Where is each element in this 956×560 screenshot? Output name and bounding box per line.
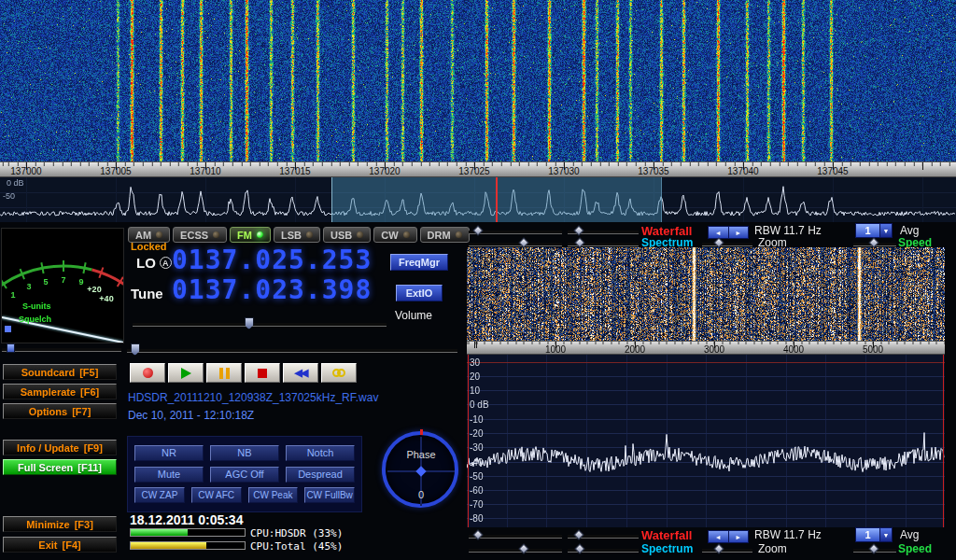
slider-thumb[interactable] (574, 237, 584, 247)
main-frequency-scale[interactable]: 137000 137005 137010 137015 137020 13702… (0, 161, 956, 177)
zoom-slider[interactable] (702, 543, 752, 555)
extio-button[interactable]: ExtIO (396, 285, 443, 301)
despread-button[interactable]: Despread (286, 467, 355, 483)
exit-button[interactable]: Exit[F4] (3, 537, 117, 553)
info-update-button[interactable]: Info / Update[F9] (3, 440, 117, 455)
lo-label: LO A (136, 255, 172, 271)
vfo-a-badge[interactable]: A (160, 257, 172, 269)
mode-button-drm[interactable]: DRM (420, 227, 470, 243)
slider-thumb[interactable] (573, 225, 583, 235)
cpu-total-bar (130, 541, 246, 550)
rbw-spinner[interactable]: ◄► (708, 530, 749, 543)
mode-label: ECSS (180, 230, 208, 241)
slider-thumb[interactable] (472, 225, 483, 235)
tuning-slider[interactable] (127, 343, 457, 356)
squelch-slider[interactable] (2, 343, 121, 355)
slider-track (2, 348, 121, 351)
notch-button[interactable]: Notch (286, 445, 355, 461)
slider-thumb[interactable] (245, 317, 254, 329)
lo-frequency-display[interactable]: 0137.025.253 (172, 248, 372, 273)
freq-tick-label: 137005 (100, 166, 131, 176)
record-button[interactable] (130, 363, 165, 383)
slider-thumb[interactable] (574, 543, 584, 553)
freqmgr-button[interactable]: FreqMgr (390, 254, 448, 271)
play-button[interactable] (168, 363, 204, 383)
rewind-button[interactable]: ◀◀ (283, 363, 318, 383)
cw-peak-button[interactable]: CW Peak (248, 487, 299, 503)
db-label: 10 (470, 385, 480, 396)
minimize-button[interactable]: Minimize[F3] (3, 516, 117, 532)
mode-label: CW (381, 230, 398, 241)
db-label: -80 (470, 513, 483, 524)
stop-button[interactable] (245, 363, 280, 383)
slider-thumb[interactable] (713, 543, 724, 553)
hotkey-label: [F9] (84, 442, 103, 454)
waterfall-contrast-slider[interactable] (568, 529, 639, 541)
mode-button-ecss[interactable]: ECSS (173, 227, 227, 243)
tune-frequency-marker (496, 177, 498, 222)
hotkey-label: [F5] (79, 367, 98, 378)
slider-thumb[interactable] (573, 529, 583, 539)
spectrum-gain-slider[interactable] (469, 543, 562, 555)
loop-button[interactable] (321, 363, 357, 383)
button-label: Exit (38, 539, 57, 551)
tune-frequency-display[interactable]: 0137.023.398 (172, 278, 372, 302)
mode-button-lsb[interactable]: LSB (274, 227, 320, 243)
slider-thumb[interactable] (472, 529, 483, 539)
audio-frequency-scale[interactable]: 1000 2000 3000 4000 5000 (467, 341, 945, 355)
pause-button[interactable] (206, 363, 242, 383)
mode-button-cw[interactable]: CW (373, 227, 416, 243)
main-waterfall[interactable] (0, 0, 956, 161)
right-arrow-icon[interactable]: ► (729, 531, 749, 542)
slider-thumb[interactable] (518, 543, 528, 553)
mode-button-fm[interactable]: FM (230, 227, 271, 243)
slider-thumb[interactable] (869, 543, 879, 553)
nr-button[interactable]: NR (134, 445, 204, 461)
agc-button[interactable]: AGC Off (210, 467, 279, 483)
mode-button-usb[interactable]: USB (323, 227, 371, 243)
mute-button[interactable]: Mute (134, 467, 204, 483)
pause-icon (219, 368, 230, 379)
chevron-down-icon[interactable]: ▼ (879, 224, 892, 237)
cw-afc-button[interactable]: CW AFC (191, 487, 242, 503)
waterfall-contrast-slider[interactable] (568, 225, 639, 237)
options-button[interactable]: Options[F7] (3, 403, 117, 419)
db-label: -60 (470, 485, 483, 496)
record-icon (143, 368, 153, 378)
cpu-hdsdr-text: CPU:HDSDR (33%) (250, 527, 343, 539)
soundcard-button[interactable]: Soundcard[F5] (3, 364, 117, 380)
fullscreen-button[interactable]: Full Screen[F11] (3, 459, 117, 475)
spectrum-range-slider[interactable] (568, 543, 639, 555)
mode-label: DRM (428, 230, 451, 241)
mode-label: USB (330, 230, 352, 241)
slider-thumb[interactable] (7, 343, 15, 353)
button-label: Samplerate (21, 386, 76, 398)
volume-slider[interactable] (133, 317, 387, 329)
slider-thumb[interactable] (869, 237, 879, 247)
samplerate-button[interactable]: Samplerate[F6] (3, 384, 117, 399)
nb-button[interactable]: NB (210, 445, 279, 461)
slider-thumb[interactable] (713, 237, 724, 247)
button-label: Full Screen (18, 462, 73, 473)
slider-thumb[interactable] (131, 343, 140, 356)
chevron-down-icon[interactable]: ▼ (879, 528, 892, 541)
waterfall-brightness-slider[interactable] (469, 529, 562, 541)
avg-select[interactable]: 1▼ (855, 527, 893, 542)
speed-slider[interactable] (853, 543, 896, 555)
speed-label: Speed (898, 542, 932, 555)
tune-text: Tune (131, 286, 163, 301)
slider-thumb[interactable] (518, 237, 528, 247)
audio-spectrum-panel[interactable]: 30 20 10 0 dB -10 -20 -30 -40 -50 -60 -7… (467, 355, 945, 527)
left-arrow-icon[interactable]: ◄ (709, 531, 729, 542)
hotkey-label: [F3] (75, 519, 93, 530)
freq-tick-label: 2000 (625, 344, 645, 355)
avg-select[interactable]: 1▼ (855, 223, 893, 238)
cw-fullbw-button[interactable]: CW FullBw (304, 487, 355, 503)
db-label: -70 (470, 499, 483, 510)
play-icon (181, 368, 191, 379)
waterfall-brightness-slider[interactable] (469, 225, 562, 237)
cw-zap-button[interactable]: CW ZAP (134, 487, 185, 503)
audio-waterfall[interactable] (467, 247, 945, 341)
mode-led-icon (156, 231, 162, 238)
main-spectrum-panel[interactable]: 0 dB -50 (0, 177, 956, 222)
